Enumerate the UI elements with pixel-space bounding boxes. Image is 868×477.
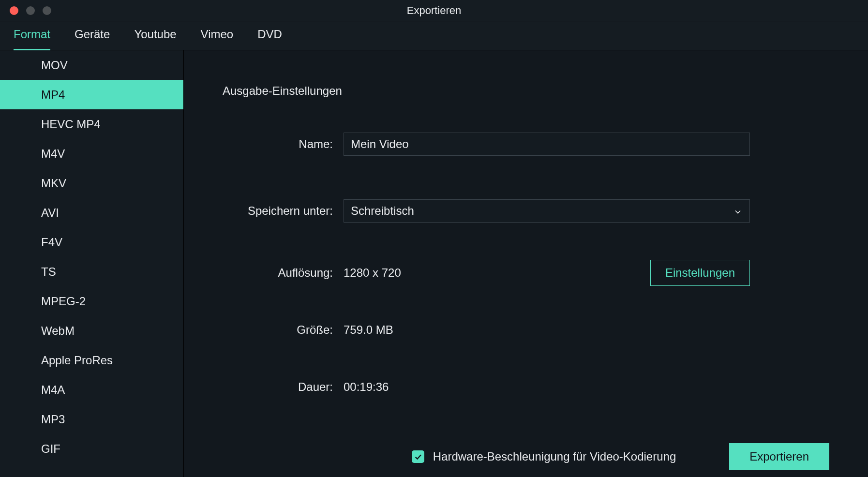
format-mov[interactable]: MOV xyxy=(0,50,183,80)
output-settings-panel: Ausgabe-Einstellungen Name: Speichern un… xyxy=(184,50,868,477)
duration-value: 00:19:36 xyxy=(344,380,389,394)
tab-devices[interactable]: Geräte xyxy=(75,21,110,50)
duration-label: Dauer: xyxy=(223,380,344,394)
format-mp4[interactable]: MP4 xyxy=(0,80,183,109)
format-hevc-mp4[interactable]: HEVC MP4 xyxy=(0,109,183,139)
format-sidebar: MOV MP4 HEVC MP4 M4V MKV AVI F4V TS MPEG… xyxy=(0,50,184,477)
titlebar: Exportieren xyxy=(0,0,868,21)
format-webm[interactable]: WebM xyxy=(0,316,183,345)
save-location-value: Schreibtisch xyxy=(351,204,414,218)
window-traffic-lights xyxy=(10,6,51,15)
format-gif[interactable]: GIF xyxy=(0,434,183,463)
zoom-window-button[interactable] xyxy=(43,6,51,15)
format-ts[interactable]: TS xyxy=(0,257,183,286)
minimize-window-button[interactable] xyxy=(26,6,35,15)
hardware-accel-checkbox[interactable] xyxy=(412,450,424,463)
format-mkv[interactable]: MKV xyxy=(0,168,183,198)
name-label: Name: xyxy=(223,137,344,151)
format-f4v[interactable]: F4V xyxy=(0,227,183,257)
format-mpeg2[interactable]: MPEG-2 xyxy=(0,286,183,316)
resolution-value: 1280 x 720 xyxy=(344,266,401,280)
size-value: 759.0 MB xyxy=(344,323,393,337)
close-window-button[interactable] xyxy=(10,6,18,15)
window-title: Exportieren xyxy=(0,4,868,17)
tab-youtube[interactable]: Youtube xyxy=(134,21,176,50)
name-input[interactable] xyxy=(344,133,750,156)
export-button[interactable]: Exportieren xyxy=(729,443,829,470)
settings-button[interactable]: Einstellungen xyxy=(650,260,750,286)
hardware-accel-label: Hardware-Beschleunigung für Video-Kodier… xyxy=(433,450,676,463)
section-title: Ausgabe-Einstellungen xyxy=(223,84,829,98)
tab-vimeo[interactable]: Vimeo xyxy=(201,21,234,50)
chevron-down-icon xyxy=(733,206,743,216)
format-avi[interactable]: AVI xyxy=(0,198,183,227)
save-location-select[interactable]: Schreibtisch xyxy=(344,199,750,223)
format-m4a[interactable]: M4A xyxy=(0,375,183,404)
format-prores[interactable]: Apple ProRes xyxy=(0,345,183,375)
resolution-label: Auflösung: xyxy=(223,266,344,280)
format-mp3[interactable]: MP3 xyxy=(0,404,183,434)
size-label: Größe: xyxy=(223,323,344,337)
top-tabs: Format Geräte Youtube Vimeo DVD xyxy=(0,21,868,50)
hardware-accel-option: Hardware-Beschleunigung für Video-Kodier… xyxy=(412,450,676,463)
footer-bar: Hardware-Beschleunigung für Video-Kodier… xyxy=(223,443,829,470)
tab-format[interactable]: Format xyxy=(14,21,50,50)
tab-dvd[interactable]: DVD xyxy=(257,21,282,50)
save-location-label: Speichern unter: xyxy=(223,204,344,218)
format-m4v[interactable]: M4V xyxy=(0,139,183,168)
